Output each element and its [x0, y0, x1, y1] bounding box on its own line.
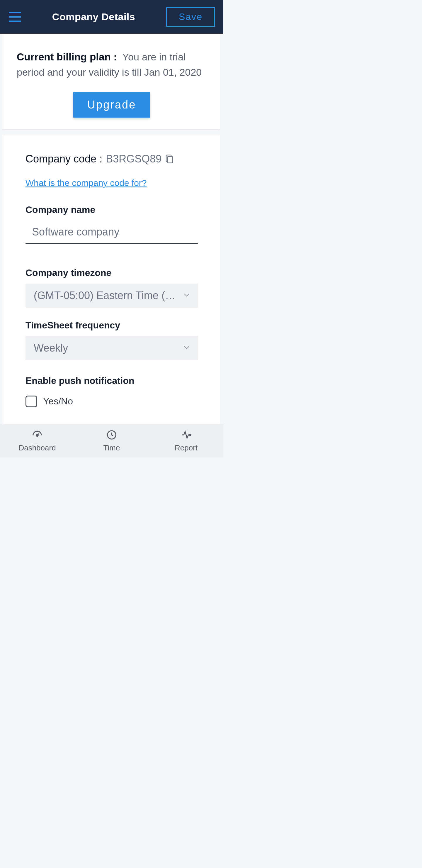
timesheet-frequency-value: Weekly	[34, 342, 180, 354]
gauge-icon	[32, 429, 43, 442]
nav-report-label: Report	[175, 443, 197, 453]
company-name-input[interactable]	[26, 219, 198, 244]
bottom-nav: Dashboard Time Report	[0, 424, 223, 458]
content-scroll[interactable]: Current billing plan : You are in trial …	[0, 34, 223, 424]
chevron-down-icon	[184, 292, 190, 299]
billing-plan-label: Current billing plan :	[17, 51, 117, 62]
activity-icon	[181, 429, 192, 442]
company-timezone-select[interactable]: (GMT-05:00) Eastern Time (U…	[26, 284, 198, 308]
company-code-help-link[interactable]: What is the company code for?	[26, 178, 147, 188]
company-card: Company code : B3RGSQ89 What is the comp…	[3, 135, 220, 424]
company-name-label: Company name	[26, 205, 198, 215]
company-timezone-label: Company timezone	[26, 268, 198, 278]
company-timezone-value: (GMT-05:00) Eastern Time (U…	[34, 289, 180, 302]
company-code-value: B3RGSQ89	[106, 153, 161, 165]
company-timezone-field: Company timezone (GMT-05:00) Eastern Tim…	[26, 268, 198, 308]
push-notification-label: Enable push notification	[26, 375, 198, 386]
nav-dashboard-label: Dashboard	[19, 443, 56, 453]
app-header: Company Details Save	[0, 0, 223, 34]
company-name-field: Company name	[26, 205, 198, 244]
timesheet-frequency-label: TimeSheet frequency	[26, 320, 198, 331]
nav-report[interactable]: Report	[149, 424, 223, 458]
upgrade-button[interactable]: Upgrade	[73, 92, 150, 118]
svg-rect-0	[168, 156, 173, 163]
push-notification-option: Yes/No	[43, 396, 73, 407]
company-code-row: Company code : B3RGSQ89	[26, 153, 198, 165]
copy-icon[interactable]	[165, 154, 174, 164]
menu-icon[interactable]	[9, 12, 21, 22]
svg-point-4	[190, 434, 191, 436]
company-code-label: Company code :	[26, 153, 102, 165]
timesheet-frequency-select[interactable]: Weekly	[26, 336, 198, 360]
push-notification-field: Enable push notification Yes/No	[26, 375, 198, 407]
push-notification-checkbox[interactable]	[26, 396, 37, 407]
billing-card: Current billing plan : You are in trial …	[3, 34, 220, 130]
svg-line-2	[37, 433, 39, 435]
page-title: Company Details	[52, 11, 135, 23]
timesheet-frequency-field: TimeSheet frequency Weekly	[26, 320, 198, 360]
billing-plan-text: Current billing plan : You are in trial …	[17, 49, 206, 80]
save-button[interactable]: Save	[166, 7, 215, 27]
nav-time[interactable]: Time	[74, 424, 149, 458]
nav-dashboard[interactable]: Dashboard	[0, 424, 74, 458]
nav-time-label: Time	[103, 443, 120, 453]
chevron-down-icon	[184, 345, 190, 351]
clock-icon	[106, 429, 117, 442]
